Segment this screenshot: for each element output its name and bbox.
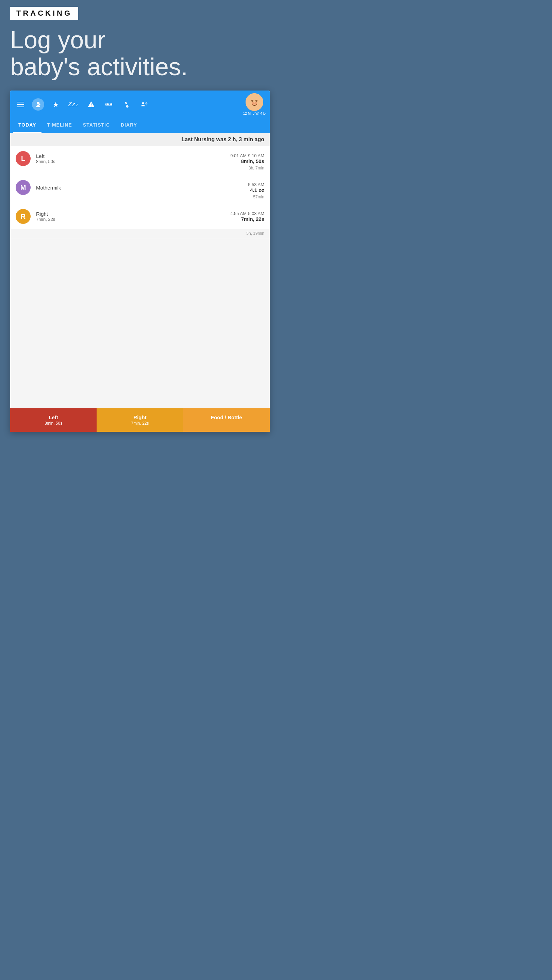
feed-bold-right: 7min, 22s bbox=[230, 216, 264, 222]
tracking-badge-text: TRACKING bbox=[16, 9, 72, 18]
svg-point-18 bbox=[251, 100, 254, 102]
feed-avatar-left: L bbox=[16, 151, 31, 166]
avatar-age-label: 12 M, 3 W, 4 D bbox=[243, 111, 266, 115]
feed-time-left: 9:01 AM-9:10 AM 8min, 50s bbox=[230, 153, 264, 164]
empty-content-area bbox=[10, 238, 270, 408]
hamburger-lines bbox=[17, 102, 24, 107]
feed-item-right: 57min R Right 7min, 22s 4:55 AM-5:03 AM … bbox=[10, 200, 270, 229]
toolbar: Zzz bbox=[10, 91, 270, 118]
feed-label-milk: Mothermilk bbox=[36, 185, 248, 191]
btn-right[interactable]: Right 7min, 22s bbox=[97, 408, 183, 432]
feed-details-milk: Mothermilk bbox=[36, 185, 248, 191]
feed-bold-milk: 4.1 oz bbox=[248, 187, 264, 193]
tab-statistic[interactable]: STATISTIC bbox=[78, 118, 115, 133]
headline-line2: baby's activities. bbox=[10, 53, 188, 80]
tab-today[interactable]: TODAY bbox=[13, 118, 41, 133]
sleep-zzz: Zzz bbox=[68, 102, 79, 108]
svg-text:Zz: Zz bbox=[145, 102, 148, 104]
combo-svg: Zz ! bbox=[140, 100, 148, 108]
tab-bar: TODAY TIMELINE STATISTIC DIARY bbox=[10, 118, 270, 133]
feed-label-right: Right bbox=[36, 211, 230, 217]
tracking-badge: TRACKING bbox=[10, 7, 78, 20]
feed-details-right: Right 7min, 22s bbox=[36, 211, 230, 222]
btn-left-label: Left bbox=[49, 414, 58, 420]
headline-line1: Log your bbox=[10, 26, 105, 53]
feed-time-milk: 5:53 AM 4.1 oz bbox=[248, 182, 264, 193]
ruler-icon[interactable] bbox=[103, 98, 115, 111]
feed-duration-left: 8min, 50s bbox=[36, 159, 230, 164]
feed-range-right: 4:55 AM-5:03 AM bbox=[230, 211, 264, 216]
feed-item-milk: 3h, 7min M Mothermilk 5:53 AM 4.1 oz bbox=[10, 171, 270, 200]
baby-face-svg bbox=[246, 93, 263, 111]
headline: Log your baby's activities. bbox=[10, 27, 270, 80]
svg-text:!: ! bbox=[146, 104, 147, 106]
svg-rect-4 bbox=[91, 103, 92, 105]
tab-diary[interactable]: DIARY bbox=[115, 118, 143, 133]
ruler-svg bbox=[105, 100, 113, 108]
last-gap-text: 5h, 19min bbox=[246, 231, 264, 236]
time-gap-2: 57min bbox=[253, 195, 264, 199]
bottom-buttons: Left 8min, 50s Right 7min, 22s Food / Bo… bbox=[10, 408, 270, 432]
alert-icon[interactable] bbox=[85, 98, 97, 111]
nursing-icon[interactable] bbox=[32, 98, 44, 111]
header-section: TRACKING Log your baby's activities. bbox=[0, 0, 280, 91]
svg-point-20 bbox=[252, 102, 254, 105]
svg-point-17 bbox=[246, 93, 263, 111]
sleep-icon[interactable]: Zzz bbox=[67, 98, 79, 111]
btn-left-sublabel: 8min, 50s bbox=[10, 421, 97, 426]
menu-icon[interactable] bbox=[14, 98, 27, 111]
time-gap-1: 3h, 7min bbox=[249, 166, 264, 170]
feed-list: L Left 8min, 50s 9:01 AM-9:10 AM 8min, 5… bbox=[10, 146, 270, 238]
feed-duration-right: 7min, 22s bbox=[36, 217, 230, 222]
svg-point-1 bbox=[39, 103, 40, 105]
last-nursing-banner: Last Nursing was 2 h, 3 min ago bbox=[10, 133, 270, 146]
alert-svg bbox=[87, 100, 95, 108]
combo-icon[interactable]: Zz ! bbox=[138, 98, 150, 111]
svg-point-21 bbox=[254, 102, 257, 105]
btn-right-sublabel: 7min, 22s bbox=[97, 421, 183, 426]
btn-right-label: Right bbox=[133, 414, 146, 420]
feed-bold-left: 8min, 50s bbox=[230, 158, 264, 164]
feed-range-milk: 5:53 AM bbox=[248, 182, 264, 187]
tab-timeline[interactable]: TIMELINE bbox=[41, 118, 77, 133]
btn-food-label: Food / Bottle bbox=[211, 414, 242, 420]
app-card: Zzz bbox=[10, 91, 270, 432]
svg-point-14 bbox=[142, 102, 144, 104]
svg-point-5 bbox=[91, 106, 92, 107]
btn-food[interactable]: Food / Bottle bbox=[183, 408, 270, 432]
nursing-svg bbox=[34, 100, 42, 108]
feed-label-left: Left bbox=[36, 153, 230, 159]
thermometer-svg bbox=[121, 99, 132, 110]
btn-left[interactable]: Left 8min, 50s bbox=[10, 408, 97, 432]
milestone-svg bbox=[52, 100, 60, 108]
feed-time-right: 4:55 AM-5:03 AM 7min, 22s bbox=[230, 211, 264, 222]
avatar-image bbox=[246, 93, 263, 111]
feed-item-left: L Left 8min, 50s 9:01 AM-9:10 AM 8min, 5… bbox=[10, 146, 270, 171]
avatar-container[interactable]: 12 M, 3 W, 4 D bbox=[243, 93, 266, 115]
feed-details-left: Left 8min, 50s bbox=[36, 153, 230, 164]
thermometer-icon[interactable] bbox=[121, 98, 133, 111]
feed-avatar-right: R bbox=[16, 209, 31, 224]
last-gap-row: 5h, 19min bbox=[10, 229, 270, 238]
milestone-icon[interactable] bbox=[50, 98, 62, 111]
feed-avatar-milk: M bbox=[16, 180, 31, 195]
feed-range-left: 9:01 AM-9:10 AM bbox=[230, 153, 264, 158]
svg-marker-2 bbox=[53, 102, 59, 107]
svg-point-19 bbox=[255, 100, 257, 102]
avatar-face bbox=[246, 93, 263, 111]
svg-rect-6 bbox=[105, 103, 112, 105]
